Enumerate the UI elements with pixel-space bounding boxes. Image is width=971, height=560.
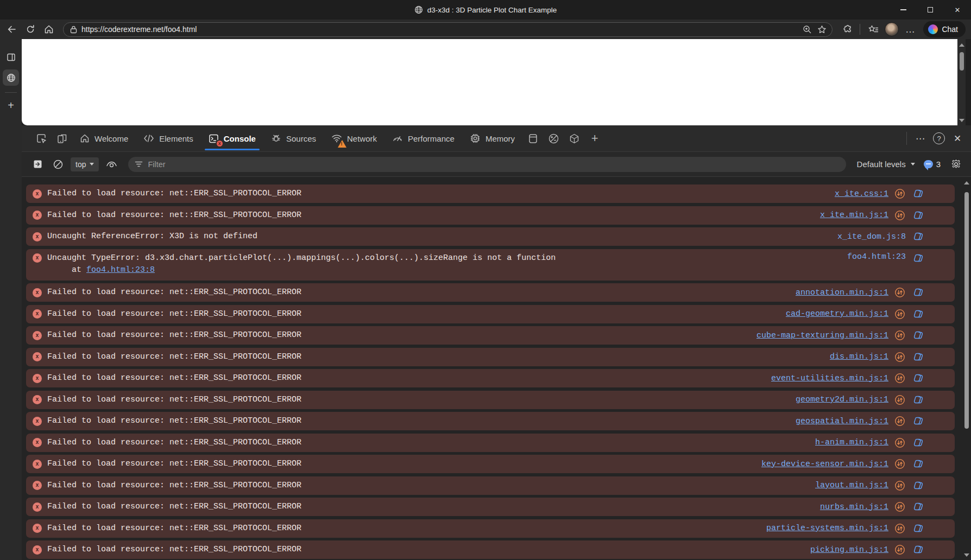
copilot-explain-icon[interactable] [912,329,924,341]
network-request-icon[interactable] [894,372,906,384]
network-request-icon[interactable] [894,415,906,427]
favorites-list-icon[interactable] [865,21,882,37]
source-file-link[interactable]: particle-systems.min.js:1 [766,524,888,533]
network-request-icon[interactable] [894,544,906,556]
console-error-row[interactable]: x Uncaught ReferenceError: X3D is not de… [26,227,955,246]
tab-console[interactable]: x Console [201,125,263,151]
page-viewport[interactable] [22,39,966,125]
active-tab-globe-icon[interactable] [3,69,19,86]
copilot-explain-icon[interactable] [912,351,924,363]
tab-sources[interactable]: Sources [264,125,323,151]
network-request-icon[interactable] [894,523,906,534]
settings-more-button[interactable]: … [901,21,919,37]
network-request-icon[interactable] [894,351,906,363]
home-button[interactable] [40,21,58,37]
copilot-explain-icon[interactable] [912,523,924,534]
console-error-row[interactable]: x Failed to load resource: net::ERR_SSL_… [26,391,955,409]
console-error-row[interactable]: x Failed to load resource: net::ERR_SSL_… [26,519,955,538]
scroll-up-arrow[interactable] [964,181,969,184]
source-file-link[interactable]: x_ite.min.js:1 [820,211,888,220]
network-request-icon[interactable] [894,458,906,470]
copilot-explain-icon[interactable] [912,252,924,264]
devtools-close-button[interactable]: ✕ [948,129,967,148]
copilot-explain-icon[interactable] [912,437,924,449]
devtools-help-button[interactable]: ? [930,129,948,148]
copilot-explain-icon[interactable] [912,308,924,320]
copilot-explain-icon[interactable] [912,231,924,243]
console-error-row[interactable]: x Failed to load resource: net::ERR_SSL_… [26,283,955,302]
console-sidebar-toggle-icon[interactable] [29,155,46,174]
log-levels-selector[interactable]: Default levels [855,160,917,169]
copilot-explain-icon[interactable] [912,188,924,200]
copilot-explain-icon[interactable] [912,209,924,221]
source-file-link[interactable]: foo4.html:23 [847,252,906,262]
console-error-row[interactable]: x Failed to load resource: net::ERR_SSL_… [26,540,955,559]
3d-view-icon[interactable] [564,129,584,148]
profile-avatar[interactable] [883,21,900,37]
copilot-explain-icon[interactable] [912,287,924,298]
refresh-button[interactable] [22,21,39,37]
lock-icon[interactable] [70,26,77,34]
console-log-area[interactable]: x Failed to load resource: net::ERR_SSL_… [22,177,971,560]
copilot-explain-icon[interactable] [912,372,924,384]
console-error-row[interactable]: x Failed to load resource: net::ERR_SSL_… [26,498,955,516]
console-error-row[interactable]: x Failed to load resource: net::ERR_SSL_… [26,434,955,452]
tab-performance[interactable]: Performance [385,125,462,151]
console-settings-gear-icon[interactable] [947,155,964,174]
network-request-icon[interactable] [894,437,906,449]
copilot-explain-icon[interactable] [912,458,924,470]
source-file-link[interactable]: dis.min.js:1 [830,352,888,361]
source-file-link[interactable]: geospatial.min.js:1 [796,417,888,426]
scroll-down-arrow[interactable] [964,553,969,557]
copilot-explain-icon[interactable] [912,544,924,556]
copilot-explain-icon[interactable] [912,415,924,427]
execution-context-selector[interactable]: top [71,157,99,171]
console-error-row[interactable]: x Failed to load resource: net::ERR_SSL_… [26,326,955,345]
console-error-row[interactable]: x Uncaught TypeError: d3.x3d.chart.parti… [26,249,955,281]
favorite-star-icon[interactable] [817,25,827,34]
source-file-link[interactable]: picking.min.js:1 [810,545,888,555]
console-error-row[interactable]: x Failed to load resource: net::ERR_SSL_… [26,184,955,203]
application-panel-icon[interactable] [523,129,543,148]
source-file-link[interactable]: x_ite.css:1 [835,189,888,199]
source-file-link[interactable]: h-anim.min.js:1 [815,438,888,447]
stack-trace-link[interactable]: foo4.html:23:8 [86,265,155,275]
source-file-link[interactable]: cad-geometry.min.js:1 [786,309,888,319]
detached-elements-icon[interactable] [544,129,563,148]
scrollbar-thumb[interactable] [964,192,969,429]
source-file-link[interactable]: annotation.min.js:1 [796,288,888,297]
page-scrollbar[interactable] [957,39,966,125]
zoom-page-icon[interactable] [803,25,812,34]
scroll-up-arrow[interactable] [959,43,964,47]
address-bar[interactable]: https://coderextreme.net/foo4.html [63,22,833,37]
tab-elements[interactable]: Elements [136,125,200,151]
console-error-row[interactable]: x Failed to load resource: net::ERR_SSL_… [26,412,955,430]
source-file-link[interactable]: x_ite_dom.js:8 [837,232,906,241]
tab-network[interactable]: Network [324,125,384,151]
copilot-explain-icon[interactable] [912,480,924,492]
network-request-icon[interactable] [894,308,906,320]
network-request-icon[interactable] [894,501,906,513]
network-request-icon[interactable] [894,329,906,341]
console-error-row[interactable]: x Failed to load resource: net::ERR_SSL_… [26,455,955,473]
copilot-chat-button[interactable]: Chat [923,21,966,37]
clear-console-icon[interactable] [50,155,66,174]
live-expression-eye-icon[interactable] [103,155,119,174]
extensions-icon[interactable] [838,21,855,37]
tab-welcome[interactable]: Welcome [73,125,135,151]
console-scrollbar[interactable] [962,179,970,560]
console-error-row[interactable]: x Failed to load resource: net::ERR_SSL_… [26,476,955,495]
new-tab-button[interactable]: + [3,97,19,113]
issues-counter[interactable]: 3 [922,160,943,169]
network-request-icon[interactable] [894,394,906,406]
network-request-icon[interactable] [894,480,906,492]
more-tabs-button[interactable]: + [585,129,604,148]
console-error-row[interactable]: x Failed to load resource: net::ERR_SSL_… [26,206,955,225]
source-file-link[interactable]: layout.min.js:1 [815,481,888,490]
tab-memory[interactable]: Memory [463,125,522,151]
filter-container[interactable] [128,157,846,172]
console-error-row[interactable]: x Failed to load resource: net::ERR_SSL_… [26,305,955,323]
inspect-element-icon[interactable] [31,129,51,148]
source-file-link[interactable]: geometry2d.min.js:1 [796,395,888,404]
console-error-row[interactable]: x Failed to load resource: net::ERR_SSL_… [26,369,955,387]
